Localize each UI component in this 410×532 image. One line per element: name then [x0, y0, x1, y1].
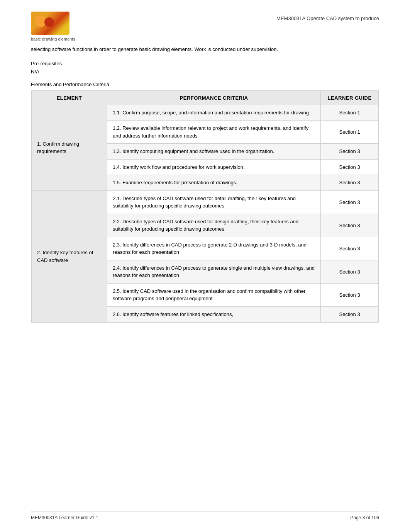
criteria-cell: 1.3. Identify computing equipment and so…	[107, 144, 320, 160]
footer-right: Page 3 of 106	[350, 515, 379, 520]
criteria-cell: 2.4. Identify differences in CAD process…	[107, 260, 320, 283]
footer-left: MEM30031A Learner Guide v1.1	[31, 515, 98, 520]
logo-image	[31, 12, 69, 35]
logo-area: basic drawing elements	[31, 12, 77, 39]
page: basic drawing elements MEM30031A Operate…	[0, 0, 410, 532]
criteria-heading: Elements and Performance Criteria	[31, 82, 379, 87]
table-row: 2. Identify key features of CAD software…	[32, 190, 379, 214]
guide-cell: Section 1	[321, 105, 379, 121]
prereq-label: Pre-requisites	[31, 61, 379, 66]
table-header-row: ELEMENT PERFORMANCE CRITERIA LEARNER GUI…	[32, 91, 379, 105]
guide-cell: Section 3	[321, 306, 379, 322]
col-element: ELEMENT	[32, 91, 107, 105]
guide-cell: Section 3	[321, 214, 379, 237]
guide-cell: Section 3	[321, 159, 379, 175]
criteria-cell: 2.5. Identify CAD software used in the o…	[107, 283, 320, 306]
criteria-cell: 1.2. Review available information releva…	[107, 121, 320, 144]
criteria-cell: 2.1. Describe types of CAD software used…	[107, 190, 320, 214]
guide-cell: Section 3	[321, 237, 379, 260]
criteria-cell: 2.6. Identify software features for link…	[107, 306, 320, 322]
guide-cell: Section 3	[321, 190, 379, 214]
page-footer: MEM30031A Learner Guide v1.1 Page 3 of 1…	[31, 512, 379, 520]
criteria-cell: 2.3. Identify differences in CAD process…	[107, 237, 320, 260]
element-cell: 1. Confirm drawing requirements	[32, 105, 107, 190]
prereq-value: N/A	[31, 69, 379, 75]
criteria-cell: 1.5. Examine requirements for presentati…	[107, 175, 320, 191]
criteria-cell: 1.4. Identify work flow and procedures f…	[107, 159, 320, 175]
header-area: basic drawing elements MEM30031A Operate…	[31, 12, 379, 39]
intro-text: selecting software functions in order to…	[31, 46, 379, 54]
criteria-cell: 2.2. Describe types of CAD software used…	[107, 214, 320, 237]
criteria-table: ELEMENT PERFORMANCE CRITERIA LEARNER GUI…	[31, 90, 379, 323]
col-guide: LEARNER GUIDE	[321, 91, 379, 105]
col-criteria: PERFORMANCE CRITERIA	[107, 91, 320, 105]
logo-subtitle: basic drawing elements	[31, 36, 77, 42]
guide-cell: Section 3	[321, 283, 379, 306]
table-row: 1. Confirm drawing requirements1.1. Conf…	[32, 105, 379, 121]
guide-cell: Section 1	[321, 121, 379, 144]
element-cell: 2. Identify key features of CAD software	[32, 190, 107, 322]
guide-cell: Section 3	[321, 144, 379, 160]
criteria-cell: 1.1. Confirm purpose, scope, and informa…	[107, 105, 320, 121]
guide-cell: Section 3	[321, 260, 379, 283]
header-title: MEM30031A Operate CAD system to produce	[85, 12, 379, 21]
guide-cell: Section 3	[321, 175, 379, 191]
